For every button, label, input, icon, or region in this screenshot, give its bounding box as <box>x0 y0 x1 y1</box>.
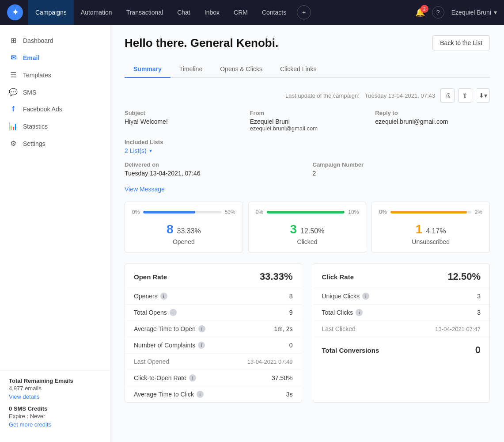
last-opened-label: Last Opened <box>134 358 169 365</box>
view-message-link[interactable]: View Message <box>125 186 165 193</box>
from-email: ezequiel.bruni@gmail.com <box>250 125 365 132</box>
lists-dropdown-icon[interactable]: ▾ <box>149 148 152 154</box>
nav-item-chat[interactable]: Chat <box>170 0 197 25</box>
nav-item-transactional[interactable]: Transactional <box>119 0 171 25</box>
click-to-open-value: 37.50% <box>272 374 292 381</box>
nav-item-automation[interactable]: Automation <box>74 0 119 25</box>
nav-right: 🔔 2 ? Ezequiel Bruni ▾ <box>415 6 497 19</box>
sidebar: ⊞ Dashboard ✉ Email ☰ Templates 💬 SMS f … <box>0 25 110 442</box>
sidebar-item-templates[interactable]: ☰ Templates <box>0 66 110 84</box>
opened-value: 8 33.33% <box>167 222 201 236</box>
opened-card: 0% 50% 8 33.33% Opened <box>125 202 243 253</box>
subject-value: Hiya! Welcome! <box>125 118 239 125</box>
logo[interactable]: ✦ <box>7 4 23 20</box>
get-more-credits-link[interactable]: Get more credits <box>9 421 51 428</box>
total-opens-info-icon[interactable]: i <box>170 309 177 316</box>
sidebar-item-facebook-ads[interactable]: f Facebook Ads <box>0 101 110 118</box>
open-rate-header: Open Rate 33.33% <box>125 264 302 288</box>
clicked-label: Clicked <box>297 238 318 245</box>
back-to-list-button[interactable]: Back to the List <box>432 35 490 50</box>
avg-time-click-row: Average Time to Click i 3s <box>125 386 302 402</box>
sms-credits-label: 0 SMS Credits <box>9 405 101 412</box>
tab-summary[interactable]: Summary <box>125 61 171 78</box>
sms-expire-label: Expire : Never <box>9 413 101 419</box>
last-update-value: Tuesday 13-04-2021, 07:43 <box>365 92 435 99</box>
total-opens-value: 9 <box>289 309 293 316</box>
unique-clicks-info-icon[interactable]: i <box>362 293 369 300</box>
included-lists-link[interactable]: 2 List(s) <box>125 147 147 154</box>
nav-item-crm[interactable]: CRM <box>227 0 255 25</box>
click-rate-section: Click Rate 12.50% Unique Clicks i 3 Tota… <box>313 263 490 403</box>
included-lists-label: Included Lists <box>125 139 490 145</box>
subject-label: Subject <box>125 110 239 116</box>
remaining-emails-count: 4,977 emails <box>9 385 101 392</box>
delivered-on-label: Delivered on <box>125 161 302 168</box>
campaign-number-label: Campaign Number <box>313 161 490 168</box>
opened-label: Opened <box>173 238 195 245</box>
nav-item-contacts[interactable]: Contacts <box>255 0 293 25</box>
last-opened-row: Last Opened 13-04-2021 07:49 <box>125 354 302 370</box>
notification-bell[interactable]: 🔔 2 <box>415 8 425 17</box>
nav-plus-button[interactable]: + <box>297 5 311 19</box>
delivered-on-block: Delivered on Tuesday 13-04-2021, 07:46 <box>125 161 302 177</box>
sidebar-item-statistics[interactable]: 📊 Statistics <box>0 118 110 135</box>
avg-time-open-row: Average Time to Open i 1m, 2s <box>125 321 302 337</box>
tab-timeline[interactable]: Timeline <box>171 61 211 78</box>
delivery-info-grid: Delivered on Tuesday 13-04-2021, 07:46 C… <box>125 161 490 177</box>
notification-badge: 2 <box>421 5 428 13</box>
sidebar-item-email[interactable]: ✉ Email <box>0 49 110 66</box>
download-button[interactable]: ⬇▾ <box>476 88 490 103</box>
complaints-value: 0 <box>289 342 293 349</box>
tab-clicked-links[interactable]: Clicked Links <box>271 61 325 78</box>
openers-row: Openers i 8 <box>125 288 302 305</box>
click-rate-pct: 12.50% <box>447 271 481 282</box>
sidebar-item-settings[interactable]: ⚙ Settings <box>0 135 110 152</box>
unsubscribed-label: Unsubscribed <box>412 238 450 245</box>
stats-cards: 0% 50% 8 33.33% Opened 0% <box>125 202 490 253</box>
facebook-icon: f <box>9 105 18 113</box>
share-button[interactable]: ⇧ <box>458 88 472 103</box>
complaints-row: Number of Complaints i 0 <box>125 337 302 354</box>
avg-time-open-info-icon[interactable]: i <box>198 325 205 332</box>
campaign-number-block: Campaign Number 2 <box>313 161 490 177</box>
avg-time-open-label: Average Time to Open i <box>134 325 205 332</box>
total-opens-label: Total Opens i <box>134 309 177 316</box>
click-rate-title: Click Rate <box>322 273 354 281</box>
total-clicks-info-icon[interactable]: i <box>356 309 363 316</box>
unsubscribed-card: 0% 2% 1 4.17% Unsubscribed <box>371 202 490 253</box>
campaign-info-grid: Subject Hiya! Welcome! From Ezequiel Bru… <box>125 110 490 132</box>
subject-block: Subject Hiya! Welcome! <box>125 110 239 132</box>
opened-bar-track: 0% 50% <box>132 209 235 215</box>
main-content: Hello there. General Kenobi. Back to the… <box>110 25 504 442</box>
avg-time-open-value: 1m, 2s <box>274 325 292 332</box>
complaints-label: Number of Complaints i <box>134 342 205 349</box>
unique-clicks-row: Unique Clicks i 3 <box>313 288 490 305</box>
unsubscribed-bar <box>390 211 471 213</box>
open-rate-pct: 33.33% <box>260 271 293 282</box>
tab-opens-clicks[interactable]: Opens & Clicks <box>211 61 271 78</box>
sidebar-bottom: Total Remaining Emails 4,977 emails View… <box>0 370 110 435</box>
complaints-info-icon[interactable]: i <box>198 342 205 349</box>
summary-tabs: Summary Timeline Opens & Clicks Clicked … <box>125 61 490 78</box>
last-opened-value: 13-04-2021 07:49 <box>247 358 293 365</box>
user-menu[interactable]: Ezequiel Bruni ▾ <box>451 9 497 16</box>
sidebar-item-sms[interactable]: 💬 SMS <box>0 84 110 101</box>
open-rate-section: Open Rate 33.33% Openers i 8 Total Opens… <box>125 263 302 403</box>
sidebar-item-dashboard[interactable]: ⊞ Dashboard <box>0 32 110 49</box>
templates-icon: ☰ <box>9 71 18 79</box>
nav-item-inbox[interactable]: Inbox <box>197 0 227 25</box>
opened-bar-right: 50% <box>225 209 235 215</box>
cto-info-icon[interactable]: i <box>189 374 196 381</box>
openers-info-icon[interactable]: i <box>160 293 167 300</box>
atc-info-icon[interactable]: i <box>197 391 204 398</box>
opened-bar <box>143 211 221 213</box>
email-icon: ✉ <box>9 53 18 62</box>
conversions-label: Total Conversions <box>322 347 379 354</box>
print-button[interactable]: 🖨 <box>440 88 455 103</box>
nav-item-campaigns[interactable]: Campaigns <box>28 0 74 25</box>
sms-icon: 💬 <box>9 88 18 96</box>
help-button[interactable]: ? <box>432 6 444 19</box>
view-details-link[interactable]: View details <box>9 393 39 400</box>
from-block: From Ezequiel Bruni ezequiel.bruni@gmail… <box>250 110 365 132</box>
click-to-open-row: Click-to-Open Rate i 37.50% <box>125 370 302 386</box>
